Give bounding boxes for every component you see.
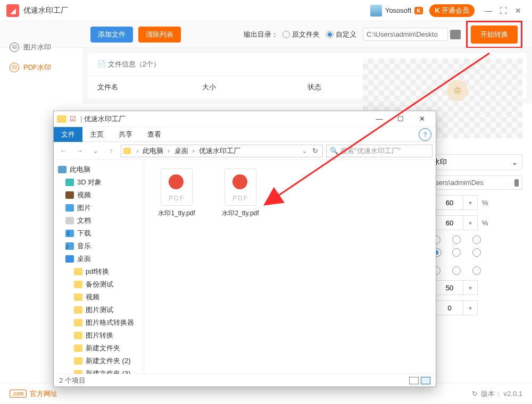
tree-folder[interactable]: 新建文件夹 [54,342,144,355]
folder-icon [57,115,66,123]
exp-close-button[interactable]: ✕ [411,112,433,127]
tree-folder[interactable]: 图片格式转换器 [54,316,144,329]
back-button[interactable]: ← [57,145,70,157]
tree-folder[interactable]: pdf转换 [54,265,144,278]
stepper-4: − 0 + [421,300,522,315]
com-icon: .com [10,390,27,398]
vip-button[interactable]: K 开通会员 [429,4,475,17]
sidebar: 印 图片水印 印 PDF水印 [0,21,82,78]
tree-folder[interactable]: 图片测试 [54,304,144,316]
ribbon-tab-share[interactable]: 共享 [111,127,140,142]
avatar[interactable] [370,5,382,16]
pos-mr[interactable] [472,248,481,257]
increase-button[interactable]: + [463,300,478,315]
ribbon-tab-home[interactable]: 主页 [82,127,111,142]
explorer-titlebar: ☑ | 优速水印工厂 — ☐ ✕ [54,111,436,127]
explorer-file-area: 水印1_tty.pdf 水印2_tty.pdf [144,160,436,374]
position-grid [421,235,522,275]
chevron-down-icon: ⌄ [512,158,518,166]
crumb-folder[interactable]: 优速水印工厂 [197,146,243,156]
explorer-ribbon: 文件 主页 共享 查看 ? [54,127,436,142]
stepper-value[interactable]: 60 [436,215,463,230]
close-button[interactable]: ✕ [511,3,526,18]
tree-this-pc[interactable]: 此电脑 [54,163,144,176]
exp-minimize-button[interactable]: — [369,112,390,127]
search-input[interactable]: 🔍 搜索"优速水印工厂" [326,145,433,157]
output-path-input[interactable] [363,28,448,41]
app-logo-icon: ◢ [6,4,19,17]
folder-icon [123,148,131,154]
tree-folder[interactable]: 备份测试 [54,278,144,291]
refresh-icon[interactable]: ↻ [472,390,478,398]
stepper-value[interactable]: 60 [436,195,463,210]
crumb-pc[interactable]: 此电脑 [140,146,165,156]
explorer-addressbar: ← → ⌄ ↑ › 此电脑 › 桌面 › 优速水印工厂 ⌄ ↻ 🔍 搜索"优速水… [54,142,436,160]
radio-original-label[interactable]: 原文件夹 [292,30,320,39]
folder-icon[interactable] [514,179,519,187]
tree-music[interactable]: ♪音乐 [54,240,144,252]
watermark-path[interactable] [421,175,522,190]
view-details-icon[interactable] [409,377,419,384]
watermark-type-select[interactable]: 片水印⌄ [421,154,522,170]
tree-folder[interactable]: 视频 [54,291,144,304]
minimize-button[interactable]: — [481,3,496,18]
explorer-tree: 此电脑 3D 对象 视频 图片 文档 ⬇下载 ♪音乐 桌面 pdf转换 备份测试… [54,160,144,374]
col-filename: 文件名 [97,82,202,92]
address-box[interactable]: › 此电脑 › 桌面 › 优速水印工厂 ⌄ ↻ [121,145,323,157]
pos-bc[interactable] [452,266,461,275]
exp-maximize-button[interactable]: ☐ [390,112,411,127]
stepper-3: − 50 + [421,280,522,295]
up-button[interactable]: ↑ [105,145,118,157]
tree-3d-objects[interactable]: 3D 对象 [54,176,144,189]
crown-icon: ♔ [447,80,468,101]
tree-documents[interactable]: 文档 [54,214,144,227]
search-icon: 🔍 [330,147,338,155]
view-icons-icon[interactable] [421,377,430,384]
file-item[interactable]: 水印1_tty.pdf [153,169,201,218]
start-convert-button[interactable]: 开始转换 [471,26,518,44]
tree-pictures[interactable]: 图片 [54,201,144,214]
radio-custom-folder[interactable] [326,31,334,38]
increase-button[interactable]: + [463,195,478,210]
increase-button[interactable]: + [463,280,478,295]
crumb-desktop[interactable]: 桌面 [172,146,190,156]
add-file-button[interactable]: 添加文件 [90,27,133,43]
file-name: 水印1_tty.pdf [153,209,201,218]
percent-label: % [482,199,488,207]
forward-button[interactable]: → [73,145,86,157]
clear-list-button[interactable]: 清除列表 [138,27,181,43]
ribbon-tab-view[interactable]: 查看 [140,127,169,142]
pos-tr[interactable] [472,235,481,244]
tree-folder[interactable]: 图片转换 [54,329,144,342]
help-icon[interactable]: ? [419,128,431,141]
refresh-icon[interactable]: ↻ [310,147,320,155]
settings-panel: 片水印⌄ − 60 + % − 60 + % − 50 + − 0 + [421,154,522,321]
folder-icon[interactable] [450,30,461,39]
tree-folder[interactable]: 新建文件夹 (3) [54,367,144,374]
tree-folder[interactable]: 新建文件夹 (2) [54,355,144,367]
pos-br[interactable] [472,266,481,275]
search-placeholder: 搜索"优速水印工厂" [340,146,401,156]
ribbon-tab-file[interactable]: 文件 [54,127,82,142]
sidebar-item-image-watermark[interactable]: 印 图片水印 [10,37,82,57]
pos-mc[interactable] [452,248,461,257]
increase-button[interactable]: + [463,215,478,230]
maximize-button[interactable]: ⛶ [496,3,511,18]
tree-downloads[interactable]: ⬇下载 [54,227,144,240]
pos-tc[interactable] [452,235,461,244]
tree-videos[interactable]: 视频 [54,189,144,201]
official-site-link[interactable]: 官方网址 [30,389,57,399]
stepper-value[interactable]: 0 [436,300,463,315]
file-item[interactable]: 水印2_tty.pdf [217,169,264,218]
sidebar-item-pdf-watermark[interactable]: 印 PDF水印 [10,57,82,78]
radio-original-folder[interactable] [282,31,290,38]
tree-desktop[interactable]: 桌面 [54,252,144,265]
radio-custom-label[interactable]: 自定义 [336,30,356,39]
stepper-value[interactable]: 50 [436,280,463,295]
stamp-icon: 印 [10,43,19,52]
username[interactable]: Yososoft [385,6,411,14]
history-button[interactable]: ⌄ [89,145,102,157]
start-highlight: 开始转换 [466,21,522,48]
explorer-statusbar: 2 个项目 [54,374,436,386]
explorer-window: ☑ | 优速水印工厂 — ☐ ✕ 文件 主页 共享 查看 ? ← → ⌄ ↑ ›… [53,111,436,387]
